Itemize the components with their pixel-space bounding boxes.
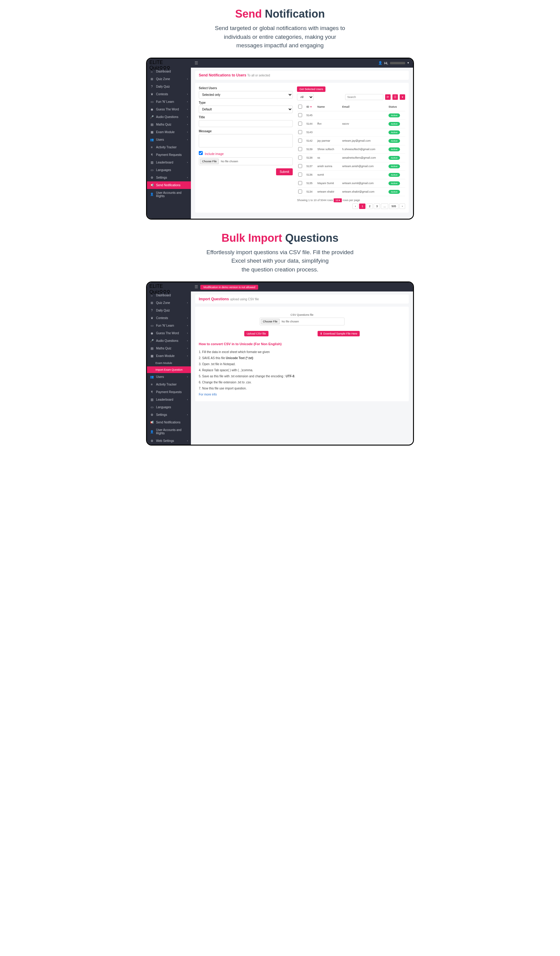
choose-file-button[interactable]: Choose File	[261, 319, 280, 324]
sidebar-item[interactable]: 👤User Accounts and Rights	[147, 426, 191, 437]
sidebar-item[interactable]: ₹Payment Requests	[147, 388, 191, 396]
more-info-link[interactable]: For more info	[199, 392, 405, 398]
hamburger-icon[interactable]: ☰ Modification in demo version is not al…	[195, 285, 258, 290]
select-all-checkbox[interactable]	[298, 105, 302, 108]
sidebar-item[interactable]: ≡Activity Tracker	[147, 381, 191, 388]
nav-icon: ▥	[150, 161, 154, 164]
nav-icon: 🎤	[150, 339, 154, 343]
sidebar-item[interactable]: 👥Users›	[147, 373, 191, 381]
submit-button[interactable]: Submit	[276, 168, 293, 175]
table-row: 5134wrteam shakirwrteam.shakir@gmail.com…	[297, 187, 405, 196]
page-button[interactable]: 3	[373, 203, 380, 209]
sidebar-item[interactable]: ▭Languages	[147, 403, 191, 411]
sidebar-subitem[interactable]: Exam Module	[147, 360, 191, 366]
options-button[interactable]: ▾	[400, 94, 405, 100]
instruction-step: 3. Open .txt file in Notepad.	[199, 361, 405, 367]
row-checkbox[interactable]	[298, 113, 302, 117]
sidebar-item[interactable]: ♛Contests›	[147, 314, 191, 322]
chevron-icon: ›	[187, 161, 188, 164]
sidebar-item[interactable]: ▥Leaderboard›	[147, 396, 191, 403]
refresh-button[interactable]: ⟳	[385, 94, 391, 100]
rows-per-page[interactable]: 10 ▾	[334, 198, 342, 202]
row-checkbox[interactable]	[298, 122, 302, 126]
sidebar-item[interactable]: ▭Languages	[147, 166, 191, 174]
sidebar-item[interactable]: ⊞Quiz Zone›	[147, 75, 191, 83]
download-sample-button[interactable]: ⬇ Download Sample File Here	[318, 331, 360, 336]
search-input[interactable]	[345, 94, 383, 100]
chevron-icon: ›	[187, 347, 188, 350]
sidebar-item[interactable]: ⊞Quiz Zone›	[147, 299, 191, 307]
chevron-icon: ›	[187, 78, 188, 80]
sidebar-item[interactable]: ◉Guess The Word›	[147, 105, 191, 113]
include-image-checkbox[interactable]	[199, 151, 203, 155]
row-checkbox[interactable]	[298, 130, 302, 134]
page-button[interactable]: 505	[389, 203, 398, 209]
sidebar-item[interactable]: ♛Contests›	[147, 90, 191, 98]
user-menu[interactable]: 👤 Hi, ▼	[378, 61, 409, 65]
sidebar-item[interactable]: 👤User Accounts and Rights	[147, 189, 191, 200]
filter-select[interactable]: All	[297, 94, 314, 101]
hamburger-icon[interactable]: ☰	[195, 61, 198, 65]
chevron-icon: ›	[187, 398, 188, 401]
sidebar-item[interactable]: ▭Fun 'N' Learn›	[147, 98, 191, 105]
chevron-icon: ›	[187, 317, 188, 319]
row-checkbox[interactable]	[298, 138, 302, 143]
pagination: ‹123...505›	[297, 203, 405, 209]
include-image-label: Include image	[205, 152, 224, 156]
chevron-icon: ›	[187, 355, 188, 357]
sidebar-item[interactable]: ₹Payment Requests	[147, 151, 191, 159]
select-users[interactable]: Selected only	[199, 91, 293, 99]
sidebar-item[interactable]: 🎤Audio Questions›	[147, 113, 191, 121]
nav-icon: ⚙	[150, 439, 154, 442]
title-input[interactable]	[199, 120, 293, 127]
columns-button[interactable]: ☰	[392, 94, 398, 100]
row-checkbox[interactable]	[298, 147, 302, 151]
nav-icon: ▭	[150, 406, 154, 409]
topbar: ☰ 👤 Hi, ▼	[147, 58, 413, 68]
sidebar-item[interactable]: 👥Users›	[147, 136, 191, 143]
select-users-label: Select Users	[199, 86, 293, 90]
type-select[interactable]: Default	[199, 105, 293, 113]
no-file-text: No file chosen	[221, 160, 238, 163]
sidebar-item[interactable]: ▤Maths Quiz›	[147, 121, 191, 128]
get-selected-button[interactable]: Get Selected Users	[297, 86, 325, 92]
table-row: 5137anish sumrawrteam.anish@gmail.comAct…	[297, 162, 405, 170]
sidebar-subitem[interactable]: Import Exam Question	[147, 366, 191, 373]
nav-icon: 👤	[150, 193, 154, 196]
row-checkbox[interactable]	[298, 173, 302, 176]
sidebar-item[interactable]: ?Daily Quiz	[147, 307, 191, 314]
chevron-icon: ›	[187, 138, 188, 141]
page-button[interactable]: 1	[359, 203, 365, 209]
page-button[interactable]: ...	[381, 203, 388, 209]
page-button[interactable]: ‹	[353, 203, 358, 209]
sidebar-item[interactable]: ⚙Settings›	[147, 411, 191, 418]
sidebar-item[interactable]: ≡Activity Tracker	[147, 143, 191, 151]
page-button[interactable]: ›	[399, 203, 405, 209]
sidebar-item[interactable]: ▦Exam Module›	[147, 352, 191, 360]
sidebar-item[interactable]: ▥Leaderboard›	[147, 159, 191, 166]
sidebar-item[interactable]: ⚙Settings›	[147, 174, 191, 181]
row-checkbox[interactable]	[298, 164, 302, 168]
sidebar-item[interactable]: 🎤Audio Questions›	[147, 337, 191, 344]
row-checkbox[interactable]	[298, 190, 302, 193]
chevron-icon: ›	[187, 176, 188, 179]
page-button[interactable]: 2	[366, 203, 373, 209]
instruction-step: 4. Replace Tab space( ) with ( , )comma.	[199, 367, 405, 373]
sidebar-item[interactable]: 📢Send Notifications	[147, 418, 191, 426]
chevron-icon: ›	[187, 131, 188, 134]
sidebar-item[interactable]: 📢Send Notifications	[147, 181, 191, 189]
nav-icon: ?	[150, 85, 154, 88]
table-row: 5138ssaesalnetsofters@gmail.comActive	[297, 154, 405, 162]
message-input[interactable]	[199, 134, 293, 148]
nav-icon: ≡	[150, 146, 154, 149]
row-checkbox[interactable]	[298, 156, 302, 160]
sidebar-item[interactable]: ▭Fun 'N' Learn›	[147, 322, 191, 329]
row-checkbox[interactable]	[298, 181, 302, 185]
sidebar-item[interactable]: ▦Exam Module›	[147, 128, 191, 136]
sidebar-item[interactable]: ▤Maths Quiz›	[147, 344, 191, 352]
upload-button[interactable]: Upload CSV file	[244, 331, 268, 336]
sidebar-item[interactable]: ◉Guess The Word›	[147, 329, 191, 337]
choose-file-button[interactable]: Choose File	[200, 159, 219, 164]
sidebar-item[interactable]: ?Daily Quiz	[147, 83, 191, 90]
sidebar-item[interactable]: ⚙Web Settings›	[147, 437, 191, 445]
